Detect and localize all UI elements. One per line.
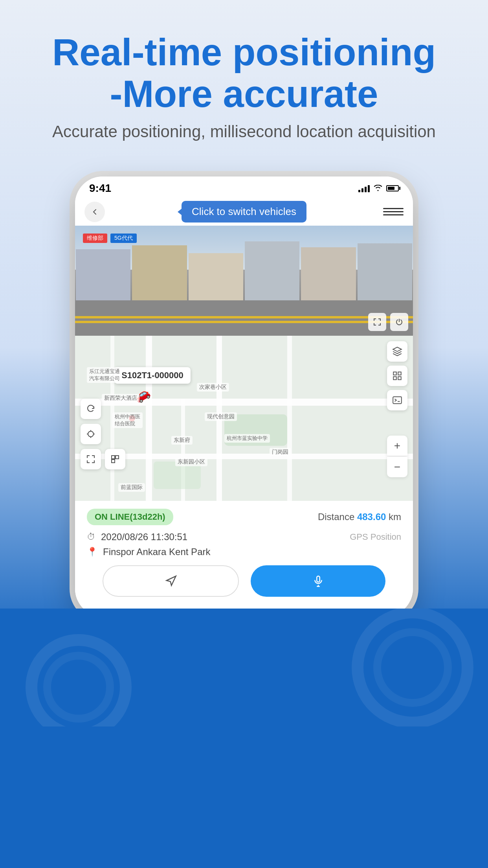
svg-marker-11 [393, 347, 402, 351]
map-label-5: 门岗园 [270, 448, 291, 456]
street-signs: 维修部 5G代代 [83, 234, 137, 243]
signal-icon [358, 184, 370, 192]
map-zoom-controls: + − [387, 436, 407, 477]
svg-rect-15 [393, 377, 396, 380]
zoom-out-button[interactable]: − [387, 457, 407, 477]
subtitle: Accurate positioning, millisecond locati… [52, 122, 436, 141]
blue-bottom-decoration [0, 609, 488, 726]
refresh-button[interactable] [81, 399, 101, 419]
zoom-in-button[interactable]: + [387, 436, 407, 456]
svg-rect-16 [393, 397, 402, 404]
crosshair-button[interactable] [81, 424, 101, 444]
distance-info: Distance 483.60 km [318, 511, 401, 522]
svg-rect-14 [398, 377, 401, 380]
route-button[interactable] [387, 366, 407, 386]
action-buttons [87, 565, 401, 597]
online-badge: ON LINE(13d22h) [87, 509, 173, 525]
svg-rect-29 [0, 609, 488, 726]
map-label-3: 东新府 [171, 436, 193, 445]
address-value: Finspor Ankara Kent Park [103, 546, 210, 557]
terminal-button[interactable] [387, 390, 407, 410]
map-right-controls [387, 341, 407, 410]
gps-position-label: GPS Position [350, 532, 401, 542]
microphone-button[interactable] [251, 565, 385, 597]
datetime-value: 2020/08/26 11:30:51 [101, 531, 187, 542]
datetime-row: ⏱ 2020/08/26 11:30:51 GPS Position [87, 531, 401, 542]
status-bar: 9:41 [75, 177, 413, 198]
svg-point-17 [88, 431, 94, 437]
status-icons [358, 184, 399, 193]
map-label-2: 现代创意园 [205, 412, 237, 421]
svg-marker-25 [166, 576, 176, 586]
layers-button[interactable] [387, 341, 407, 362]
expand2-button[interactable] [105, 449, 125, 469]
svg-rect-23 [116, 456, 119, 459]
map-label-6: 东新园小区 [175, 458, 207, 466]
svg-rect-26 [317, 576, 320, 582]
fullscreen-button[interactable] [368, 313, 386, 331]
svg-rect-12 [393, 372, 396, 375]
status-row: ON LINE(13d22h) Distance 483.60 km [87, 509, 401, 525]
building-row [75, 241, 413, 300]
vehicle-label: S102T1-000000 [114, 367, 191, 384]
main-title: Real-time positioning -More accurate [52, 31, 436, 114]
power-button[interactable] [390, 313, 408, 331]
title-line1: Real-time positioning [52, 31, 436, 73]
sv-controls [368, 313, 408, 331]
svg-rect-5 [287, 336, 292, 501]
road [75, 300, 413, 336]
bottom-info: ON LINE(13d22h) Distance 483.60 km ⏱ 202… [75, 501, 413, 601]
distance-value: 483.60 [357, 511, 386, 522]
address-row: 📍 Finspor Ankara Kent Park [87, 546, 401, 557]
map-label-1: 次家巷小区 [197, 383, 229, 392]
distance-label: Distance [318, 511, 354, 522]
expand-controls [81, 449, 125, 469]
switch-vehicles-tooltip[interactable]: Click to switch vehicles [182, 201, 306, 223]
svg-rect-3 [146, 336, 152, 501]
distance-unit: km [389, 511, 401, 522]
location-icon: 📍 [87, 547, 97, 557]
map-area[interactable]: S102T1-000000 🚗 次家巷小区 现代创意园 东新府 杭州市蓝实验中学… [75, 336, 413, 501]
svg-rect-24 [112, 460, 115, 463]
title-line2: -More accurate [110, 73, 378, 115]
expand1-button[interactable] [81, 449, 101, 469]
map-label-10: 前蓝国际 [118, 483, 145, 492]
map-label-9: 乐江元通宝通汽车有限公司 [87, 367, 122, 383]
svg-rect-2 [75, 454, 413, 459]
menu-button[interactable] [383, 202, 404, 222]
map-label-4: 杭州市蓝实验中学 [224, 434, 270, 443]
navigate-button[interactable] [103, 565, 239, 597]
street-view: 维修部 5G代代 [75, 226, 413, 336]
back-button[interactable] [84, 202, 105, 222]
wifi-icon [374, 184, 382, 193]
status-time: 9:41 [89, 182, 111, 195]
map-left-controls [81, 399, 125, 469]
clock-icon: ⏱ [87, 532, 95, 542]
nav-bar: Click to switch vehicles [75, 198, 413, 226]
svg-rect-13 [398, 372, 401, 375]
phone-frame: 9:41 [75, 177, 413, 616]
header-section: Real-time positioning -More accurate Acc… [29, 0, 459, 153]
battery-icon [386, 185, 399, 191]
svg-rect-22 [112, 456, 115, 459]
